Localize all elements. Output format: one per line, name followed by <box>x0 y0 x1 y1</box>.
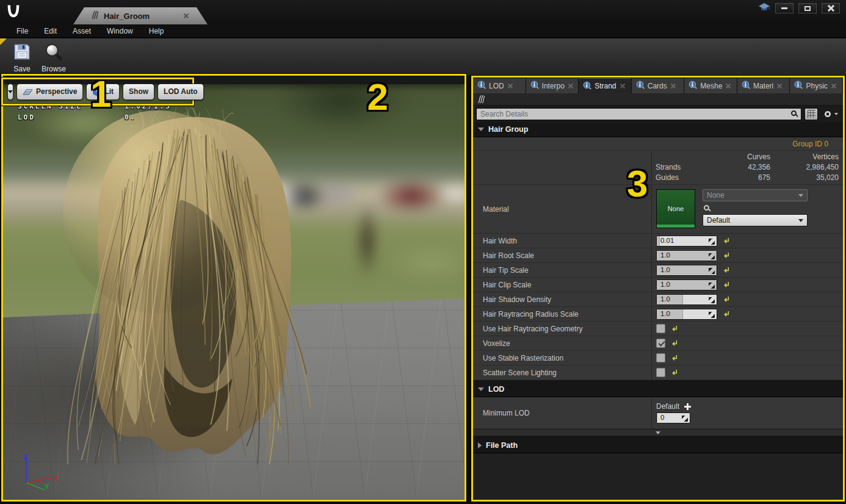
main-toolbar: Save Browse 1 <box>0 38 846 76</box>
material-slot-combobox[interactable]: Default <box>703 214 808 226</box>
tab-materials[interactable]: Materi <box>737 78 790 93</box>
minimize-button[interactable] <box>775 3 794 13</box>
property-row-hair-root-scale: Hair Root Scale 1.0 <box>473 248 843 263</box>
reset-to-default-icon[interactable] <box>723 281 730 289</box>
viewport-options-dropdown[interactable] <box>7 84 13 100</box>
browse-button[interactable]: Browse <box>37 42 71 73</box>
tab-label: Physic <box>806 82 827 90</box>
tab-close-icon[interactable] <box>831 83 837 89</box>
material-asset-combobox[interactable]: None <box>703 189 808 201</box>
stat-lod-label: LOD <box>18 113 125 124</box>
menu-file[interactable]: File <box>9 27 36 35</box>
tab-close-icon[interactable] <box>725 83 731 89</box>
hair-root-scale-spinbox[interactable]: 1.0 <box>656 250 717 261</box>
lod-auto-button[interactable]: LOD Auto <box>157 84 204 100</box>
tab-close-icon[interactable] <box>776 83 783 89</box>
close-icon <box>828 5 834 12</box>
voxelize-checkbox[interactable] <box>656 339 665 348</box>
section-header-file-path[interactable]: File Path <box>473 438 843 453</box>
titlebar: Hair_Groom <box>0 0 846 24</box>
asset-tab-hair-groom[interactable]: Hair_Groom <box>73 7 208 24</box>
axis-y-label: Y <box>45 483 49 490</box>
reset-to-default-icon[interactable] <box>723 237 730 245</box>
menu-edit[interactable]: Edit <box>36 27 65 35</box>
drag-handle-icon <box>682 416 688 422</box>
hair-shadow-density-spinbox[interactable]: 1.0 <box>656 294 717 305</box>
scatter-scene-lighting-checkbox[interactable] <box>656 368 665 377</box>
material-thumbnail[interactable]: None <box>656 189 695 228</box>
guides-curves: 675 <box>710 173 770 183</box>
tutorial-cap-icon[interactable] <box>758 2 770 14</box>
lod-auto-label: LOD Auto <box>164 87 198 96</box>
toggle-row-use-hair-raytracing-geometry: Use Hair Raytracing Geometry <box>473 322 843 336</box>
maximize-button[interactable] <box>798 3 817 13</box>
groom-asset-icon <box>90 10 99 21</box>
search-details-input[interactable] <box>476 108 801 120</box>
hair-clip-scale-spinbox[interactable]: 1.0 <box>656 279 717 290</box>
reset-to-default-icon[interactable] <box>723 296 730 303</box>
tab-close-icon[interactable] <box>507 83 513 89</box>
drag-handle-icon <box>709 268 715 274</box>
viewport-canvas[interactable]: SCREEN SIZE 1.02/1.5 LOD 0. Z X Y <box>3 76 465 500</box>
details-info-icon <box>742 81 750 91</box>
tab-physics[interactable]: Physic <box>790 78 842 93</box>
tab-lod[interactable]: LOD <box>473 78 526 93</box>
save-button[interactable]: Save <box>5 42 39 73</box>
minimize-icon <box>781 7 787 9</box>
property-matrix-button[interactable] <box>804 108 818 120</box>
tab-label: Materi <box>753 82 773 90</box>
annotation-digit-1: 1 <box>90 75 111 113</box>
groom-asset-icon <box>477 95 486 104</box>
display-filter-button[interactable] <box>821 111 840 117</box>
tab-interpolation[interactable]: Interpo <box>526 78 579 93</box>
close-button[interactable] <box>822 3 840 13</box>
group-id-row: Group ID 0 <box>473 137 843 151</box>
reset-to-default-icon[interactable] <box>671 355 678 362</box>
material-row: Material None None Default <box>473 185 843 234</box>
section-title: File Path <box>486 441 518 450</box>
reset-to-default-icon[interactable] <box>723 267 730 274</box>
details-info-icon <box>794 81 803 91</box>
save-floppy-icon <box>5 42 39 63</box>
stat-lod-value: 0. <box>125 113 136 124</box>
axis-gizmo: Z X Y <box>14 451 70 492</box>
stats-table-row: Curves Vertices Strands 42,356 2,986,450… <box>473 151 843 185</box>
material-browse-icon[interactable] <box>704 205 709 211</box>
tab-label: Cards <box>648 82 667 90</box>
menu-asset[interactable]: Asset <box>65 27 99 35</box>
details-info-icon <box>689 81 697 91</box>
tab-close-icon[interactable] <box>568 83 574 89</box>
viewport-panel[interactable]: SCREEN SIZE 1.02/1.5 LOD 0. Z X Y <box>1 74 466 502</box>
menu-window[interactable]: Window <box>99 27 141 35</box>
details-splitter[interactable] <box>473 429 843 436</box>
tab-cards[interactable]: Cards <box>632 78 684 93</box>
use-hair-raytracing-geometry-checkbox[interactable] <box>656 324 665 333</box>
tab-close-icon[interactable] <box>620 83 626 89</box>
tab-strand[interactable]: Strand <box>579 78 631 93</box>
details-scroll-area[interactable]: Hair Group Group ID 0 Curves Vertices St… <box>473 122 843 500</box>
reset-to-default-icon[interactable] <box>723 252 730 259</box>
chevron-down-icon <box>834 113 838 115</box>
section-header-hair-group[interactable]: Hair Group <box>473 122 843 137</box>
hair-groom-model[interactable] <box>37 107 342 464</box>
show-button[interactable]: Show <box>123 84 154 100</box>
tab-close-icon[interactable] <box>670 83 676 89</box>
reset-to-default-icon[interactable] <box>671 369 678 376</box>
toggle-row-use-stable-rasterization: Use Stable Rasterization <box>473 351 843 365</box>
minimum-lod-spinbox[interactable]: 0 <box>656 412 690 423</box>
hair-tip-scale-spinbox[interactable]: 1.0 <box>656 265 717 276</box>
tab-meshes[interactable]: Meshe <box>684 78 737 93</box>
section-header-lod[interactable]: LOD <box>473 382 843 397</box>
tab-close-icon[interactable] <box>183 13 189 19</box>
reset-to-default-icon[interactable] <box>671 325 678 333</box>
drag-handle-icon <box>709 239 715 245</box>
reset-to-default-icon[interactable] <box>723 311 730 318</box>
hair-width-spinbox[interactable]: 0.01 <box>656 236 717 247</box>
perspective-button[interactable]: Perspective <box>16 84 83 100</box>
menu-help[interactable]: Help <box>141 27 172 35</box>
section-title: Hair Group <box>488 125 528 134</box>
add-element-icon[interactable] <box>684 403 691 410</box>
use-stable-rasterization-checkbox[interactable] <box>656 353 665 362</box>
hair-raytracing-radius-scale-spinbox[interactable]: 1.0 <box>656 309 717 320</box>
reset-to-default-icon[interactable] <box>671 340 678 347</box>
